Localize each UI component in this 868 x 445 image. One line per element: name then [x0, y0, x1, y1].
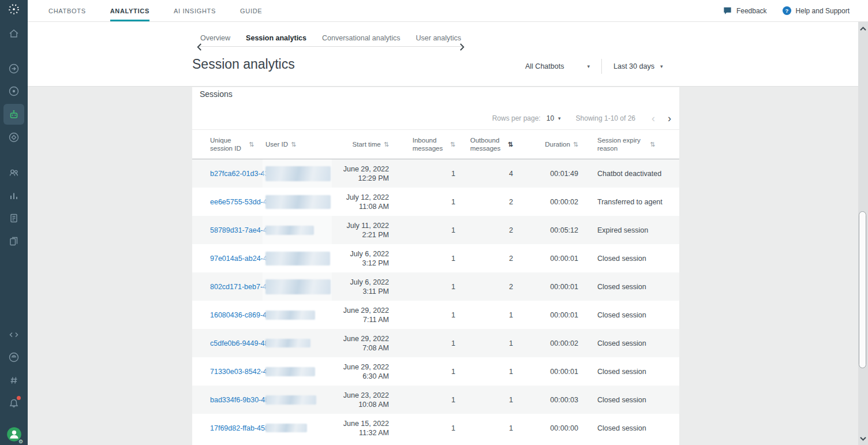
column-header-session-id[interactable]: Unique session ID ⇅	[210, 136, 265, 152]
numbers-icon[interactable]	[3, 370, 24, 391]
sessions-card: Sessions Rows per page: 10 ▾ Showing 1-1…	[192, 87, 679, 445]
column-header-inbound[interactable]: Inbound messages ⇅	[396, 136, 462, 152]
next-page-button[interactable]: ›	[668, 113, 671, 124]
start-time-cell: July 6, 2022 3:12 PM	[331, 249, 396, 268]
outbound-cell: 1	[462, 339, 520, 347]
column-header-duration[interactable]: Duration ⇅	[520, 140, 585, 148]
table-row: b27fca62-01d3-43 June 29, 2022 12:29 PM …	[192, 159, 679, 188]
column-label: Outbound messages	[470, 136, 505, 152]
sort-icon: ⇅	[249, 140, 254, 148]
column-header-start-time[interactable]: Start time ⇅	[331, 140, 396, 148]
moments-icon[interactable]	[3, 81, 24, 102]
prev-page-button[interactable]: ‹	[652, 113, 655, 124]
session-id-link[interactable]: c5dfe0b6-9449-48	[210, 339, 268, 347]
column-header-expiry-reason[interactable]: Session expiry reason ⇅	[597, 136, 679, 152]
scrollbar-thumb[interactable]	[859, 211, 866, 368]
date-filter-value: Last 30 days	[613, 62, 654, 70]
start-time-cell: June 15, 2022 11:32 AM	[331, 419, 396, 437]
session-id-cell: 71330e03-8542-43	[210, 368, 265, 376]
duration-cell: 00:05:12	[520, 226, 585, 234]
subtab-conversational-analytics[interactable]: Conversational analytics	[322, 34, 401, 42]
start-clock: 12:29 PM	[358, 174, 389, 183]
developer-code-icon[interactable]	[3, 324, 24, 345]
user-id-cell	[265, 395, 331, 405]
tab-chatbots[interactable]: CHATBOTS	[48, 0, 86, 21]
audiences-icon[interactable]	[3, 162, 24, 183]
scrollbar[interactable]	[858, 22, 868, 445]
chevron-down-icon: ▾	[660, 63, 663, 69]
user-id-cell	[265, 166, 331, 181]
outbound-cell: 2	[462, 198, 520, 206]
session-id-link[interactable]: 802cd171-beb7-46	[210, 283, 271, 291]
scroll-down-icon[interactable]	[858, 432, 868, 445]
pagination: Rows per page: 10 ▾ Showing 1-10 of 26 ‹…	[192, 113, 679, 124]
scroll-up-icon[interactable]	[858, 22, 868, 35]
settings-gear-icon: ⚙	[18, 439, 23, 444]
channels-icon[interactable]	[3, 347, 24, 368]
column-label: Duration	[545, 140, 570, 148]
tabs-scroll-left-icon[interactable]	[196, 43, 203, 51]
start-clock: 2:21 PM	[362, 230, 389, 240]
conversations-icon[interactable]	[3, 58, 24, 79]
duration-cell: 00:00:03	[520, 396, 585, 404]
user-id-cell	[265, 339, 331, 347]
tab-guide[interactable]: GUIDE	[240, 0, 262, 21]
start-time-cell: June 29, 2022 12:29 PM	[331, 164, 396, 183]
expiry-reason-cell: Closed session	[597, 311, 679, 319]
notifications-bell-icon[interactable]	[3, 393, 24, 414]
chatbot-filter-dropdown[interactable]: All Chatbots ▾	[525, 62, 590, 70]
table-row: 17f69d82-ffab-458 June 15, 2022 11:32 AM…	[192, 414, 679, 442]
main-content: Sessions Rows per page: 10 ▾ Showing 1-1…	[28, 87, 858, 445]
subtab-overview[interactable]: Overview	[200, 34, 230, 42]
sessions-section-title: Sessions	[192, 87, 679, 99]
home-icon[interactable]	[3, 23, 24, 44]
session-id-link[interactable]: 97e014a5-ab24-43	[210, 255, 271, 263]
duration-cell: 00:00:02	[520, 198, 585, 206]
start-time-cell: July 12, 2022 11:08 AM	[331, 193, 396, 211]
content-icon[interactable]	[3, 231, 24, 252]
inbound-cell: 1	[396, 311, 462, 319]
subtab-user-analytics[interactable]: User analytics	[416, 34, 462, 42]
duration-cell: 00:00:01	[520, 368, 585, 376]
session-id-cell: 58789d31-7ae4-49	[210, 226, 265, 234]
user-avatar[interactable]: ⚙	[3, 424, 24, 444]
tabs-scroll-right-icon[interactable]	[459, 43, 465, 51]
session-id-cell: 17f69d82-ffab-458	[210, 424, 265, 432]
subtab-session-analytics[interactable]: Session analytics	[246, 34, 306, 42]
user-id-cell	[265, 424, 331, 432]
date-filter-dropdown[interactable]: Last 30 days ▾	[613, 62, 663, 70]
help-button[interactable]: ? Help and Support	[782, 6, 850, 16]
session-id-link[interactable]: 16080436-c869-4b	[210, 311, 271, 319]
chatbots-icon[interactable]	[3, 104, 24, 125]
start-date: July 6, 2022	[350, 278, 389, 287]
modules-icon[interactable]	[3, 127, 24, 148]
column-header-outbound[interactable]: Outbound messages ⇅	[462, 136, 520, 152]
start-clock: 7:08 AM	[362, 343, 389, 353]
start-date: July 11, 2022	[347, 221, 389, 230]
reports-icon[interactable]	[3, 208, 24, 229]
session-id-link[interactable]: 71330e03-8542-43	[210, 368, 271, 376]
session-id-link[interactable]: 17f69d82-ffab-458	[210, 424, 269, 432]
duration-cell: 00:01:49	[520, 170, 585, 178]
session-id-link[interactable]: ee6e5755-53dd-4c	[210, 198, 271, 206]
chatbot-filter-value: All Chatbots	[525, 62, 564, 70]
start-time-cell: June 29, 2022 7:08 AM	[331, 334, 396, 353]
tab-ai-insights[interactable]: AI INSIGHTS	[174, 0, 216, 21]
column-header-user-id[interactable]: User ID ⇅	[265, 140, 331, 148]
session-id-link[interactable]: 58789d31-7ae4-49	[210, 226, 271, 234]
start-clock: 7:11 AM	[363, 315, 389, 324]
rows-per-page-value: 10	[547, 114, 554, 122]
redacted-user-id	[265, 279, 331, 294]
infobip-logo-icon	[3, 0, 24, 20]
analytics-subtabs: Overview Session analytics Conversationa…	[199, 30, 462, 47]
session-id-link[interactable]: b27fca62-01d3-43	[210, 170, 268, 178]
start-time-cell: June 29, 2022 7:11 AM	[331, 306, 396, 324]
inbound-cell: 1	[396, 339, 462, 347]
tab-analytics[interactable]: ANALYTICS	[110, 0, 149, 21]
feedback-button[interactable]: Feedback	[723, 6, 767, 16]
expiry-reason-cell: Chatbot deactivated	[597, 170, 679, 178]
rows-per-page-dropdown[interactable]: 10 ▾	[547, 114, 561, 122]
session-id-link[interactable]: bad334f6-9b30-4b	[210, 396, 269, 404]
filters: All Chatbots ▾ Last 30 days ▾	[525, 58, 663, 75]
analytics-icon[interactable]	[3, 185, 24, 206]
